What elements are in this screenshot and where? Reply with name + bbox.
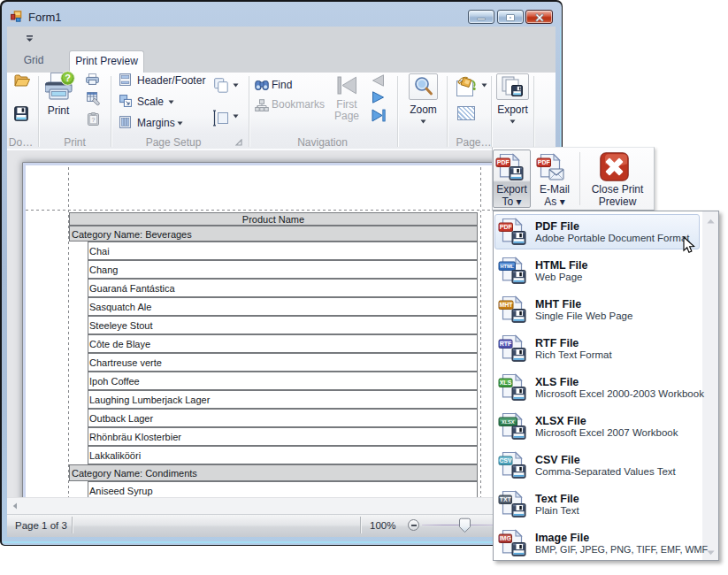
- svg-text:PDF: PDF: [497, 159, 510, 165]
- svg-text:MHT: MHT: [499, 302, 513, 308]
- svg-text:PDF: PDF: [500, 224, 513, 230]
- svg-text:PDF: PDF: [538, 159, 551, 165]
- svg-text:XLS: XLS: [500, 380, 512, 386]
- svg-text:IMG: IMG: [500, 535, 512, 541]
- svg-text:RTF: RTF: [500, 341, 512, 347]
- svg-text:CSV: CSV: [499, 457, 512, 464]
- svg-text:HTML: HTML: [500, 264, 514, 269]
- svg-text:TXT: TXT: [500, 496, 512, 502]
- svg-text:?: ?: [92, 117, 96, 123]
- svg-text:?: ?: [65, 73, 71, 83]
- svg-text:XLSX: XLSX: [502, 419, 515, 425]
